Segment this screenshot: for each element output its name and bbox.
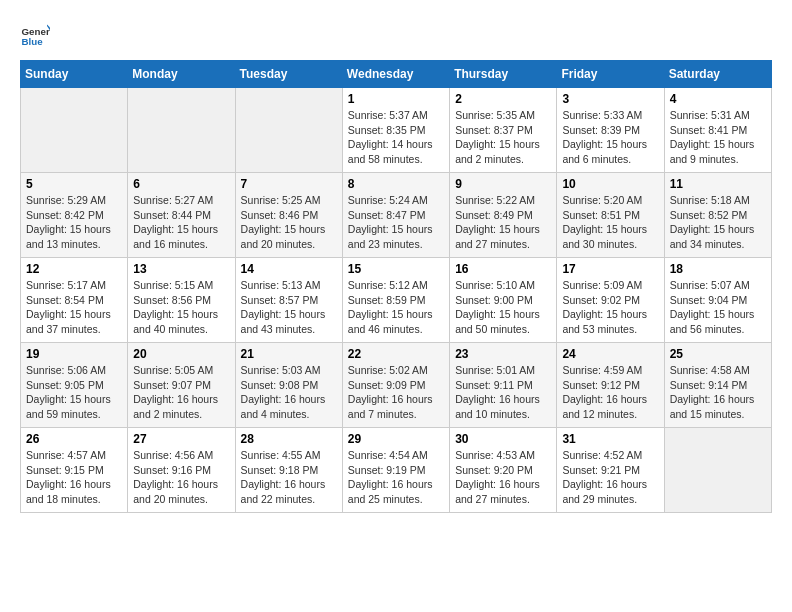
day-info: Sunrise: 5:33 AM Sunset: 8:39 PM Dayligh… <box>562 108 658 167</box>
calendar-cell: 15Sunrise: 5:12 AM Sunset: 8:59 PM Dayli… <box>342 258 449 343</box>
week-row-4: 19Sunrise: 5:06 AM Sunset: 9:05 PM Dayli… <box>21 343 772 428</box>
calendar-cell: 30Sunrise: 4:53 AM Sunset: 9:20 PM Dayli… <box>450 428 557 513</box>
day-number: 31 <box>562 432 658 446</box>
day-number: 29 <box>348 432 444 446</box>
calendar-cell: 10Sunrise: 5:20 AM Sunset: 8:51 PM Dayli… <box>557 173 664 258</box>
calendar-cell: 13Sunrise: 5:15 AM Sunset: 8:56 PM Dayli… <box>128 258 235 343</box>
day-info: Sunrise: 4:52 AM Sunset: 9:21 PM Dayligh… <box>562 448 658 507</box>
calendar-cell: 2Sunrise: 5:35 AM Sunset: 8:37 PM Daylig… <box>450 88 557 173</box>
day-number: 10 <box>562 177 658 191</box>
day-info: Sunrise: 5:25 AM Sunset: 8:46 PM Dayligh… <box>241 193 337 252</box>
day-number: 12 <box>26 262 122 276</box>
day-info: Sunrise: 5:29 AM Sunset: 8:42 PM Dayligh… <box>26 193 122 252</box>
calendar-cell: 9Sunrise: 5:22 AM Sunset: 8:49 PM Daylig… <box>450 173 557 258</box>
calendar-cell: 5Sunrise: 5:29 AM Sunset: 8:42 PM Daylig… <box>21 173 128 258</box>
day-number: 21 <box>241 347 337 361</box>
day-info: Sunrise: 4:53 AM Sunset: 9:20 PM Dayligh… <box>455 448 551 507</box>
day-number: 11 <box>670 177 766 191</box>
day-info: Sunrise: 5:02 AM Sunset: 9:09 PM Dayligh… <box>348 363 444 422</box>
header-thursday: Thursday <box>450 61 557 88</box>
day-number: 18 <box>670 262 766 276</box>
day-number: 13 <box>133 262 229 276</box>
calendar-cell: 7Sunrise: 5:25 AM Sunset: 8:46 PM Daylig… <box>235 173 342 258</box>
day-number: 19 <box>26 347 122 361</box>
day-info: Sunrise: 4:57 AM Sunset: 9:15 PM Dayligh… <box>26 448 122 507</box>
header-row: SundayMondayTuesdayWednesdayThursdayFrid… <box>21 61 772 88</box>
calendar-cell: 19Sunrise: 5:06 AM Sunset: 9:05 PM Dayli… <box>21 343 128 428</box>
day-info: Sunrise: 5:17 AM Sunset: 8:54 PM Dayligh… <box>26 278 122 337</box>
day-number: 27 <box>133 432 229 446</box>
header-monday: Monday <box>128 61 235 88</box>
header-friday: Friday <box>557 61 664 88</box>
day-number: 23 <box>455 347 551 361</box>
calendar-cell <box>664 428 771 513</box>
day-info: Sunrise: 5:35 AM Sunset: 8:37 PM Dayligh… <box>455 108 551 167</box>
page-header: General Blue <box>20 20 772 50</box>
day-info: Sunrise: 4:56 AM Sunset: 9:16 PM Dayligh… <box>133 448 229 507</box>
day-info: Sunrise: 5:18 AM Sunset: 8:52 PM Dayligh… <box>670 193 766 252</box>
day-info: Sunrise: 5:06 AM Sunset: 9:05 PM Dayligh… <box>26 363 122 422</box>
day-info: Sunrise: 5:24 AM Sunset: 8:47 PM Dayligh… <box>348 193 444 252</box>
day-info: Sunrise: 5:13 AM Sunset: 8:57 PM Dayligh… <box>241 278 337 337</box>
calendar-cell: 3Sunrise: 5:33 AM Sunset: 8:39 PM Daylig… <box>557 88 664 173</box>
logo: General Blue <box>20 20 54 50</box>
header-tuesday: Tuesday <box>235 61 342 88</box>
calendar-cell <box>128 88 235 173</box>
day-number: 14 <box>241 262 337 276</box>
day-number: 20 <box>133 347 229 361</box>
day-number: 25 <box>670 347 766 361</box>
day-number: 6 <box>133 177 229 191</box>
day-number: 2 <box>455 92 551 106</box>
day-number: 1 <box>348 92 444 106</box>
day-info: Sunrise: 5:20 AM Sunset: 8:51 PM Dayligh… <box>562 193 658 252</box>
day-number: 3 <box>562 92 658 106</box>
day-number: 8 <box>348 177 444 191</box>
header-saturday: Saturday <box>664 61 771 88</box>
calendar-cell: 26Sunrise: 4:57 AM Sunset: 9:15 PM Dayli… <box>21 428 128 513</box>
day-number: 22 <box>348 347 444 361</box>
calendar-cell: 16Sunrise: 5:10 AM Sunset: 9:00 PM Dayli… <box>450 258 557 343</box>
day-number: 17 <box>562 262 658 276</box>
calendar-cell: 6Sunrise: 5:27 AM Sunset: 8:44 PM Daylig… <box>128 173 235 258</box>
calendar-cell: 8Sunrise: 5:24 AM Sunset: 8:47 PM Daylig… <box>342 173 449 258</box>
day-number: 24 <box>562 347 658 361</box>
day-info: Sunrise: 5:22 AM Sunset: 8:49 PM Dayligh… <box>455 193 551 252</box>
calendar-cell <box>235 88 342 173</box>
day-info: Sunrise: 5:09 AM Sunset: 9:02 PM Dayligh… <box>562 278 658 337</box>
day-info: Sunrise: 5:03 AM Sunset: 9:08 PM Dayligh… <box>241 363 337 422</box>
day-number: 26 <box>26 432 122 446</box>
day-info: Sunrise: 5:37 AM Sunset: 8:35 PM Dayligh… <box>348 108 444 167</box>
day-number: 28 <box>241 432 337 446</box>
calendar-cell: 27Sunrise: 4:56 AM Sunset: 9:16 PM Dayli… <box>128 428 235 513</box>
day-number: 15 <box>348 262 444 276</box>
header-wednesday: Wednesday <box>342 61 449 88</box>
day-info: Sunrise: 4:55 AM Sunset: 9:18 PM Dayligh… <box>241 448 337 507</box>
day-number: 4 <box>670 92 766 106</box>
calendar-header: SundayMondayTuesdayWednesdayThursdayFrid… <box>21 61 772 88</box>
day-number: 16 <box>455 262 551 276</box>
svg-text:Blue: Blue <box>22 36 44 47</box>
calendar-cell: 18Sunrise: 5:07 AM Sunset: 9:04 PM Dayli… <box>664 258 771 343</box>
day-number: 7 <box>241 177 337 191</box>
week-row-5: 26Sunrise: 4:57 AM Sunset: 9:15 PM Dayli… <box>21 428 772 513</box>
calendar-cell <box>21 88 128 173</box>
calendar-cell: 29Sunrise: 4:54 AM Sunset: 9:19 PM Dayli… <box>342 428 449 513</box>
calendar-cell: 25Sunrise: 4:58 AM Sunset: 9:14 PM Dayli… <box>664 343 771 428</box>
calendar-cell: 21Sunrise: 5:03 AM Sunset: 9:08 PM Dayli… <box>235 343 342 428</box>
calendar-cell: 4Sunrise: 5:31 AM Sunset: 8:41 PM Daylig… <box>664 88 771 173</box>
calendar-cell: 28Sunrise: 4:55 AM Sunset: 9:18 PM Dayli… <box>235 428 342 513</box>
calendar-cell: 12Sunrise: 5:17 AM Sunset: 8:54 PM Dayli… <box>21 258 128 343</box>
calendar-body: 1Sunrise: 5:37 AM Sunset: 8:35 PM Daylig… <box>21 88 772 513</box>
calendar-cell: 23Sunrise: 5:01 AM Sunset: 9:11 PM Dayli… <box>450 343 557 428</box>
calendar-cell: 11Sunrise: 5:18 AM Sunset: 8:52 PM Dayli… <box>664 173 771 258</box>
day-info: Sunrise: 5:12 AM Sunset: 8:59 PM Dayligh… <box>348 278 444 337</box>
day-info: Sunrise: 5:07 AM Sunset: 9:04 PM Dayligh… <box>670 278 766 337</box>
calendar-cell: 20Sunrise: 5:05 AM Sunset: 9:07 PM Dayli… <box>128 343 235 428</box>
header-sunday: Sunday <box>21 61 128 88</box>
calendar-cell: 22Sunrise: 5:02 AM Sunset: 9:09 PM Dayli… <box>342 343 449 428</box>
calendar-cell: 1Sunrise: 5:37 AM Sunset: 8:35 PM Daylig… <box>342 88 449 173</box>
calendar-cell: 24Sunrise: 4:59 AM Sunset: 9:12 PM Dayli… <box>557 343 664 428</box>
day-number: 30 <box>455 432 551 446</box>
day-number: 5 <box>26 177 122 191</box>
calendar-cell: 17Sunrise: 5:09 AM Sunset: 9:02 PM Dayli… <box>557 258 664 343</box>
